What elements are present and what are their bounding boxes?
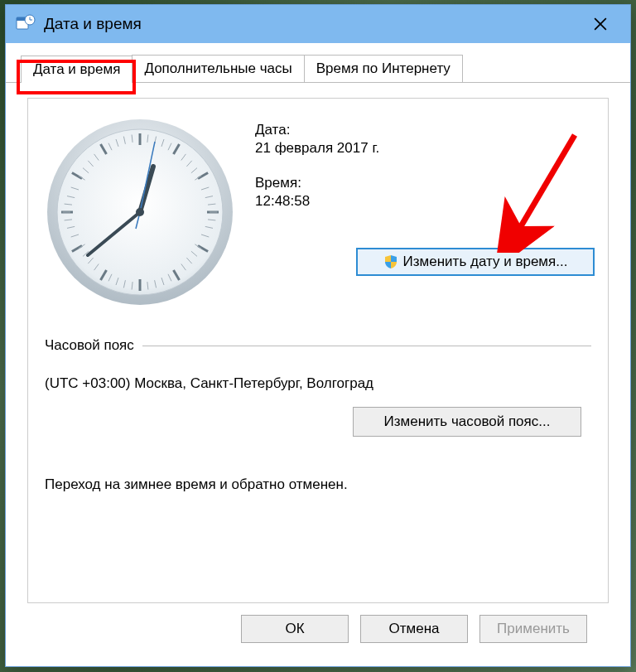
dst-note: Переход на зимнее время и обратно отмене… (45, 476, 591, 493)
clock-icon (45, 117, 235, 307)
calendar-clock-icon (16, 14, 36, 34)
cancel-button[interactable]: Отмена (360, 615, 468, 643)
change-timezone-button[interactable]: Изменить часовой пояс... (353, 407, 581, 437)
dialog-button-row: ОК Отмена Применить (27, 603, 609, 643)
timezone-value: (UTC +03:00) Москва, Санкт-Петербург, Во… (45, 375, 591, 392)
tab-additional-clocks[interactable]: Дополнительные часы (132, 55, 304, 82)
tab-panel: Дата: 21 февраля 2017 г. Время: 12:48:58 (27, 98, 609, 603)
timezone-header: Часовой пояс (45, 337, 142, 354)
date-time-info: Дата: 21 февраля 2017 г. Время: 12:48:58 (255, 117, 591, 307)
tab-internet-time[interactable]: Время по Интернету (304, 55, 463, 82)
window-title: Дата и время (44, 15, 581, 33)
timezone-section: Часовой пояс (UTC +03:00) Москва, Санкт-… (45, 337, 591, 437)
time-label: Время: (255, 175, 591, 191)
date-time-window: Дата и время Дата и время Дополнительные… (5, 4, 631, 667)
date-label: Дата: (255, 122, 591, 138)
time-value: 12:48:58 (255, 193, 591, 210)
divider (142, 346, 591, 346)
tab-bar: Дата и время Дополнительные часы Время п… (6, 43, 630, 83)
change-datetime-label: Изменить дату и время... (403, 254, 568, 270)
titlebar[interactable]: Дата и время (6, 5, 630, 43)
content-area: Дата: 21 февраля 2017 г. Время: 12:48:58 (6, 83, 630, 666)
apply-button[interactable]: Применить (479, 615, 587, 643)
change-datetime-button[interactable]: Изменить дату и время... (356, 248, 595, 276)
tab-date-time[interactable]: Дата и время (21, 56, 132, 83)
date-value: 21 февраля 2017 г. (255, 140, 591, 157)
analog-clock (45, 117, 235, 307)
uac-shield-icon (383, 254, 398, 269)
ok-button[interactable]: ОК (241, 615, 349, 643)
svg-point-71 (136, 208, 144, 216)
close-button[interactable] (581, 5, 620, 43)
close-icon (594, 17, 607, 31)
